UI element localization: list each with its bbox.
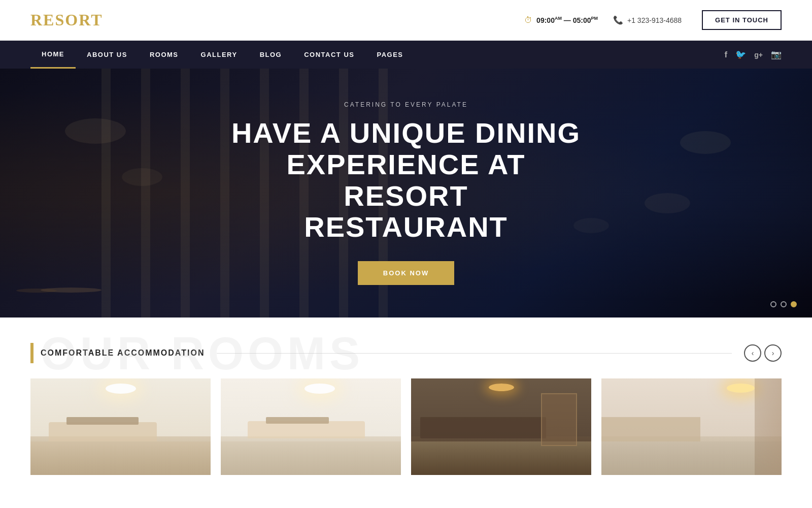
room-card-4[interactable] xyxy=(601,378,782,475)
pillar xyxy=(141,69,150,318)
room-scene-2 xyxy=(221,378,401,475)
furniture xyxy=(601,417,700,441)
section-header: OUR ROOMS COMFORTABLE ACCOMMODATION ‹ › xyxy=(30,343,782,363)
logo-text-main: RES xyxy=(30,11,65,29)
business-hours: ⏱ 09:00AM — 05:00PM xyxy=(524,16,598,25)
book-now-button[interactable]: BOOK NOW xyxy=(358,261,454,285)
ceiling-light xyxy=(489,384,514,391)
logo-text-rest: RT xyxy=(79,11,103,29)
hero-section: CATERING TO EVERY PALATE HAVE A UNIQUE D… xyxy=(0,69,812,318)
slide-dot-3[interactable] xyxy=(791,301,797,307)
twitter-link[interactable]: 🐦 xyxy=(735,49,746,60)
carousel-nav: ‹ › xyxy=(744,344,782,362)
room-scene-3 xyxy=(411,378,591,475)
site-header: RESORT ⏱ 09:00AM — 05:00PM 📞 +1 323-913-… xyxy=(0,0,812,41)
ceiling-light xyxy=(304,384,335,394)
facebook-link[interactable]: f xyxy=(725,50,728,60)
social-links: f 🐦 g+ 📷 xyxy=(725,49,782,60)
nav-link-contact[interactable]: CONTACT US xyxy=(293,42,365,68)
main-navbar: HOME ABOUT US ROOMS GALLERY BLOG CONTACT… xyxy=(0,41,812,69)
slide-dot-1[interactable] xyxy=(770,301,776,307)
rooms-section: OUR ROOMS COMFORTABLE ACCOMMODATION ‹ › xyxy=(0,318,812,475)
room-scene-4 xyxy=(601,378,782,475)
furniture-pillow xyxy=(66,417,139,425)
room-scene-1 xyxy=(30,378,211,475)
room-card-2[interactable] xyxy=(221,378,401,475)
section-heading: COMFORTABLE ACCOMMODATION xyxy=(41,348,205,358)
room-image-1 xyxy=(30,378,211,475)
nav-item-contact[interactable]: CONTACT US xyxy=(293,42,365,68)
section-bar-accent xyxy=(30,343,33,363)
slide-dot-2[interactable] xyxy=(781,301,787,307)
instagram-link[interactable]: 📷 xyxy=(771,49,782,60)
nav-link-about[interactable]: ABOUT US xyxy=(76,42,139,68)
googleplus-link[interactable]: g+ xyxy=(754,51,763,59)
nav-item-about[interactable]: ABOUT US xyxy=(76,42,139,68)
logo-accent: O xyxy=(65,11,79,29)
nav-item-gallery[interactable]: GALLERY xyxy=(190,42,249,68)
header-right: ⏱ 09:00AM — 05:00PM 📞 +1 323-913-4688 GE… xyxy=(524,10,782,30)
header-info: ⏱ 09:00AM — 05:00PM 📞 +1 323-913-4688 xyxy=(524,15,682,25)
ceiling-light xyxy=(727,384,755,393)
get-in-touch-button[interactable]: GET IN TOUCH xyxy=(702,10,782,30)
hours-text: 09:00AM — 05:00PM xyxy=(536,16,598,24)
room-card-1[interactable] xyxy=(30,378,211,475)
curtain xyxy=(755,378,782,475)
nav-link-gallery[interactable]: GALLERY xyxy=(190,42,249,68)
room-image-4 xyxy=(601,378,782,475)
room-card-3[interactable] xyxy=(411,378,591,475)
nav-link-home[interactable]: HOME xyxy=(30,41,76,69)
nav-item-pages[interactable]: PAGES xyxy=(365,42,414,68)
room-image-3 xyxy=(411,378,591,475)
nav-link-rooms[interactable]: ROOMS xyxy=(139,42,190,68)
furniture xyxy=(420,417,547,438)
nav-item-blog[interactable]: BLOG xyxy=(249,42,293,68)
pillar xyxy=(101,69,111,318)
section-title-wrap: COMFORTABLE ACCOMMODATION xyxy=(30,343,205,363)
site-logo[interactable]: RESORT xyxy=(30,11,103,29)
nav-item-home[interactable]: HOME xyxy=(30,41,76,69)
ceiling-light xyxy=(106,384,136,394)
room-image-2 xyxy=(221,378,401,475)
nav-link-pages[interactable]: PAGES xyxy=(365,42,414,68)
next-arrow-button[interactable]: › xyxy=(764,344,782,362)
nav-link-blog[interactable]: BLOG xyxy=(249,42,293,68)
hero-title: HAVE A UNIQUE DINING EXPERIENCE AT RESOR… xyxy=(228,117,584,242)
rooms-grid xyxy=(30,378,782,475)
floor xyxy=(30,436,211,475)
nav-links: HOME ABOUT US ROOMS GALLERY BLOG CONTACT… xyxy=(30,41,415,69)
slide-indicators xyxy=(770,301,797,307)
phone-number[interactable]: 📞 +1 323-913-4688 xyxy=(613,15,682,25)
section-divider xyxy=(217,353,732,354)
clock-icon: ⏱ xyxy=(524,16,532,25)
door xyxy=(541,393,577,447)
pillar xyxy=(181,69,190,318)
hero-subtitle: CATERING TO EVERY PALATE xyxy=(228,101,584,108)
hero-content: CATERING TO EVERY PALATE HAVE A UNIQUE D… xyxy=(228,101,584,284)
nav-item-rooms[interactable]: ROOMS xyxy=(139,42,190,68)
furniture-pillow xyxy=(266,417,329,424)
furniture xyxy=(49,422,157,441)
floor xyxy=(221,436,401,475)
prev-arrow-button[interactable]: ‹ xyxy=(744,344,761,362)
phone-icon: 📞 xyxy=(613,15,623,25)
